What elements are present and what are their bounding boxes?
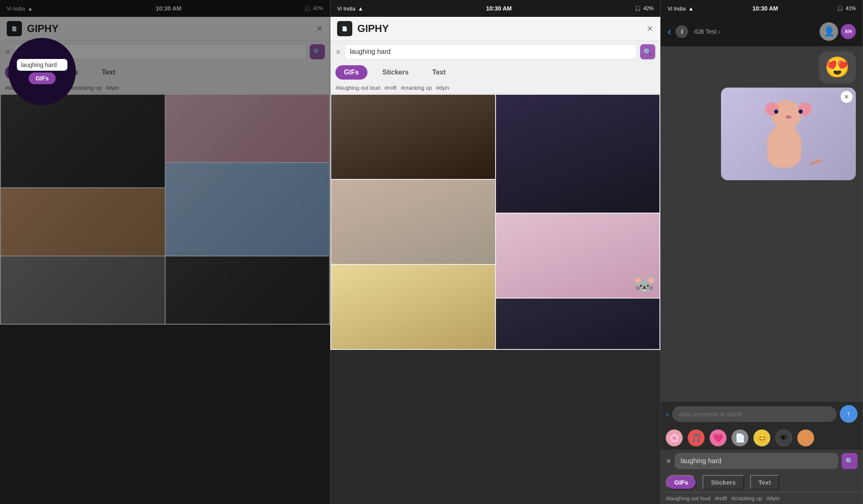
wifi-icon-1: ▲ bbox=[27, 5, 33, 12]
giphy-header-1: 📄 GIPHY ✕ bbox=[0, 17, 330, 41]
avatar-initials: AH bbox=[841, 24, 856, 39]
toolbar-icon-heart[interactable]: 💗 bbox=[710, 429, 726, 446]
msg-header: ‹ i iGB Test › 👤 AH bbox=[661, 17, 863, 46]
gif-item-1a[interactable] bbox=[1, 95, 165, 187]
giphy-title-1: GIPHY bbox=[27, 23, 311, 35]
logo-icon-1: 📄 bbox=[11, 26, 17, 32]
back-button[interactable]: ‹ bbox=[667, 25, 671, 38]
hashtags-3: #laughing out loud #rotfl #cracking up #… bbox=[661, 493, 863, 504]
hashtags-2: #laughing out loud #rotfl #cracking up #… bbox=[330, 82, 660, 94]
info-icon: i bbox=[681, 28, 683, 35]
toolbar-icon-eye[interactable]: 👁 bbox=[775, 429, 792, 446]
carrier-2: Vi India bbox=[337, 5, 355, 12]
search-clear-2[interactable]: ✕ bbox=[335, 48, 341, 56]
time-2: 10:30 AM bbox=[486, 5, 512, 12]
search-submit-1[interactable]: 🔍 bbox=[310, 44, 325, 59]
search-bar-2: ✕ 🔍 bbox=[330, 41, 660, 63]
giphy-search-magnify: 🔍 bbox=[845, 457, 854, 465]
circle-tooltip: laughing hard GIFs bbox=[8, 38, 76, 105]
avatar-main: 👤 bbox=[820, 22, 838, 41]
battery-1: 42% bbox=[313, 5, 323, 11]
status-bar-2: Vi India ▲ 10:30 AM 🎧 42% bbox=[330, 0, 660, 17]
avatar-person-icon: 👤 bbox=[823, 26, 835, 37]
send-arrow-icon: ↑ bbox=[847, 410, 851, 419]
tooltip-tab-gifs: GIFs bbox=[29, 72, 55, 84]
giphy-search-bottom: ✕ 🔍 bbox=[661, 450, 863, 472]
headphone-icon-2: 🎧 bbox=[635, 5, 641, 11]
contact-name: iGB Test › bbox=[694, 28, 720, 35]
gif-preview-close[interactable]: ✕ bbox=[841, 91, 852, 103]
heart-eyes-emoji: 😍 bbox=[819, 51, 856, 83]
panel-2: Vi India ▲ 10:30 AM 🎧 42% 📄 GIPHY ✕ ✕ 🔍 bbox=[330, 0, 661, 504]
gif-laughing-4[interactable] bbox=[496, 95, 660, 213]
toolbar-icon-circle[interactable] bbox=[797, 429, 814, 446]
message-input[interactable] bbox=[672, 406, 836, 422]
msg-body: 😍 ✕ bbox=[661, 46, 863, 402]
carrier-1: Vi India bbox=[7, 5, 25, 12]
giphy-logo-1: 📄 bbox=[7, 21, 22, 36]
gif-laughing-1[interactable] bbox=[331, 95, 495, 179]
wifi-icon-2: ▲ bbox=[358, 5, 363, 12]
hashtag-2c[interactable]: #cracking up bbox=[401, 85, 432, 91]
hashtag-3a[interactable]: #laughing out loud bbox=[666, 495, 710, 501]
toolbar-icon-emoji[interactable]: 😊 bbox=[753, 429, 770, 446]
toolbar-icon-document[interactable]: 📄 bbox=[732, 429, 748, 446]
tabs-row-2: GIFs Stickers Text bbox=[330, 63, 660, 82]
status-bar-1: Vi India ▲ 10:30 AM 🎧 42% bbox=[0, 0, 330, 17]
gif-laughing-3[interactable] bbox=[331, 265, 495, 349]
giphy-title-2: GIPHY bbox=[357, 23, 641, 35]
info-badge[interactable]: i bbox=[675, 25, 688, 38]
status-bar-3: Vi India ▲ 10:30 AM 🎧 41% bbox=[661, 0, 863, 17]
gif-item-1d[interactable] bbox=[166, 95, 330, 162]
giphy-search-input[interactable] bbox=[675, 453, 838, 469]
giphy-tab-stickers[interactable]: Stickers bbox=[702, 475, 744, 490]
hashtag-2d[interactable]: #dyin bbox=[436, 85, 449, 91]
carrier-3: Vi India bbox=[667, 5, 686, 12]
giphy-tab-gifs[interactable]: GIFs bbox=[666, 475, 697, 490]
gif-item-1e[interactable] bbox=[166, 163, 330, 256]
tab-gifs-2[interactable]: GIFs bbox=[335, 65, 367, 80]
time-1: 10:30 AM bbox=[156, 5, 182, 12]
hashtag-1c[interactable]: #cracking up bbox=[70, 85, 102, 91]
hashtag-2b[interactable]: #rotfl bbox=[384, 85, 397, 91]
gif-preview-card[interactable]: ✕ bbox=[721, 88, 856, 180]
close-button-1[interactable]: ✕ bbox=[316, 24, 323, 34]
tab-text-1[interactable]: Text bbox=[94, 65, 124, 80]
giphy-header-2: 📄 GIPHY ✕ bbox=[330, 17, 660, 41]
giphy-search-submit[interactable]: 🔍 bbox=[842, 453, 858, 469]
panel-3: Vi India ▲ 10:30 AM 🎧 41% ‹ i iGB Test ›… bbox=[661, 0, 863, 504]
search-input-2[interactable] bbox=[344, 44, 637, 59]
gif-laughing-5[interactable] bbox=[496, 299, 660, 349]
close-button-2[interactable]: ✕ bbox=[646, 24, 654, 34]
search-submit-2[interactable]: 🔍 bbox=[640, 44, 655, 59]
hashtag-1d[interactable]: #dyin bbox=[106, 85, 119, 91]
logo-icon-2: 📄 bbox=[342, 26, 348, 32]
headphone-icon-3: 🎧 bbox=[837, 5, 843, 11]
wifi-icon-3: ▲ bbox=[688, 5, 694, 12]
gif-item-1c[interactable] bbox=[1, 256, 165, 324]
msg-input-area: › ↑ bbox=[661, 402, 863, 426]
gif-item-1b[interactable] bbox=[1, 188, 165, 256]
send-button[interactable]: ↑ bbox=[840, 405, 858, 423]
hashtag-2a[interactable]: #laughing out loud bbox=[335, 85, 380, 91]
panel-1: Vi India ▲ 10:30 AM 🎧 42% 📄 GIPHY ✕ ✕ 🔍 bbox=[0, 0, 330, 504]
giphy-logo-2: 📄 bbox=[337, 21, 352, 36]
tab-stickers-2[interactable]: Stickers bbox=[374, 65, 417, 80]
expand-icon[interactable]: › bbox=[666, 409, 669, 419]
time-3: 10:30 AM bbox=[753, 5, 778, 12]
gif-item-1f[interactable] bbox=[166, 256, 330, 324]
giphy-tab-text[interactable]: Text bbox=[750, 475, 780, 490]
hashtag-3b[interactable]: #rotfl bbox=[715, 495, 727, 501]
search-clear-1[interactable]: ✕ bbox=[5, 48, 11, 56]
gif-laughing-jerry[interactable]: 🐭 bbox=[496, 213, 660, 298]
toolbar-icon-flower[interactable]: 🌸 bbox=[666, 429, 683, 446]
hashtag-3c[interactable]: #cracking up bbox=[731, 495, 762, 501]
tooltip-search: laughing hard bbox=[17, 59, 67, 71]
toolbar-icon-music[interactable]: 🎵 bbox=[688, 429, 705, 446]
battery-3: 41% bbox=[846, 5, 856, 11]
gif-laughing-2[interactable] bbox=[331, 180, 495, 264]
search-magnify-1: 🔍 bbox=[313, 48, 322, 56]
giphy-search-clear[interactable]: ✕ bbox=[666, 457, 671, 465]
hashtag-3d[interactable]: #dyin bbox=[767, 495, 780, 501]
tab-text-2[interactable]: Text bbox=[424, 65, 454, 80]
